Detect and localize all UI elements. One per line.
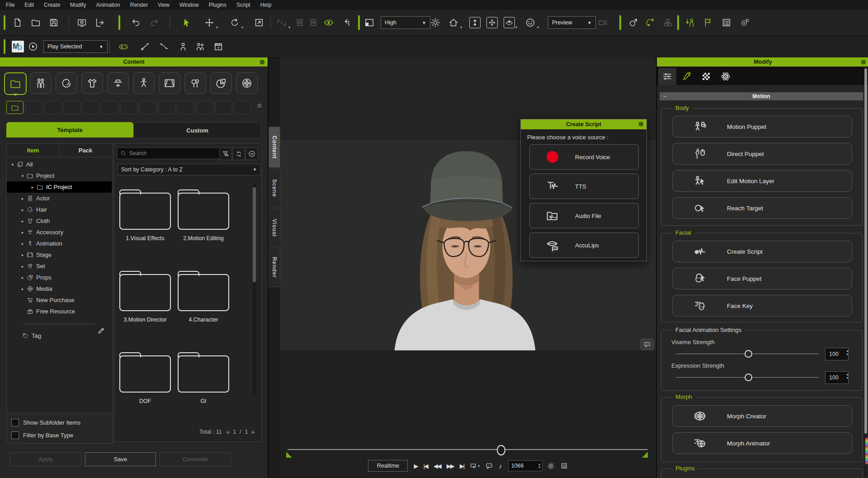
category-props[interactable] — [210, 72, 232, 94]
category-media[interactable] — [236, 72, 258, 94]
gamepad-control-icon[interactable] — [118, 42, 128, 52]
go-to-end-button[interactable]: ▶| — [460, 463, 464, 469]
expression-strength-slider[interactable] — [676, 377, 819, 378]
go-to-start-button[interactable]: |◀ — [423, 463, 427, 469]
search-input[interactable]: Search — [117, 147, 223, 159]
visibility-icon[interactable] — [324, 18, 334, 28]
menu-item-edit[interactable]: Edit — [19, 0, 39, 10]
camera-pan-icon[interactable] — [486, 17, 498, 28]
expander-closed-icon[interactable]: ▸ — [30, 185, 35, 189]
paste-motion-icon[interactable] — [308, 18, 318, 28]
menu-item-render[interactable]: Render — [125, 0, 153, 10]
tree-item-free-resource[interactable]: Free Resource — [7, 306, 112, 317]
expander-closed-icon[interactable]: ▸ — [20, 287, 25, 291]
folder-item[interactable]: 2.Motion Editing — [174, 193, 233, 241]
empty-slot[interactable] — [215, 101, 232, 114]
timeline-panel-icon[interactable] — [561, 462, 568, 469]
motion-section-header[interactable]: − Motion — [660, 92, 863, 100]
send-to-viewer-icon[interactable] — [77, 18, 87, 28]
open-project-icon[interactable] — [31, 18, 41, 28]
viseme-strength-value[interactable]: 100 — [825, 348, 849, 360]
tag-row[interactable]: Tag — [7, 330, 112, 341]
menu-item-modify[interactable]: Modify — [65, 0, 91, 10]
expand-button[interactable] — [245, 147, 258, 160]
tree-item-stage[interactable]: ▸Stage — [7, 249, 112, 260]
tree-item-hair[interactable]: ▸Hair — [7, 204, 112, 215]
folder-item[interactable]: 1.Visual Effects — [116, 193, 175, 241]
expander-closed-icon[interactable]: ▸ — [20, 241, 25, 246]
reach-target-button[interactable]: Reach Target — [672, 197, 852, 219]
next-key-button[interactable]: ▶▶ — [447, 463, 454, 469]
tab-material[interactable] — [697, 68, 715, 85]
home-camera-icon[interactable] — [448, 18, 458, 28]
avatar-preview-icon[interactable] — [525, 18, 535, 28]
modify-panel-header[interactable]: Modify ⊗ — [657, 57, 868, 66]
character-icon[interactable] — [628, 18, 638, 28]
empty-slot[interactable] — [196, 101, 213, 114]
comment-bubble-button[interactable] — [641, 339, 654, 350]
camera-icon[interactable] — [598, 18, 608, 28]
value-spinner[interactable]: ▲▼ — [846, 350, 849, 356]
music-note-icon[interactable]: ♪ — [499, 462, 502, 470]
refresh-button[interactable] — [232, 147, 245, 160]
side-tab-content[interactable]: Content — [269, 127, 280, 168]
actor-position-icon[interactable] — [178, 42, 188, 52]
dialog-header[interactable]: Create Script ⊗ — [521, 119, 646, 129]
face-puppet-button[interactable]: Face Puppet — [672, 268, 852, 289]
folder-item[interactable]: GI — [174, 355, 233, 404]
save-project-icon[interactable] — [49, 18, 59, 28]
checkbox-show-subfolder[interactable] — [11, 419, 19, 426]
camera-orbit-icon[interactable] — [504, 17, 515, 28]
subtab-item[interactable]: Item — [7, 144, 60, 157]
render-settings-icon[interactable] — [547, 462, 555, 470]
edit-tag-pencil-icon[interactable] — [97, 327, 105, 335]
category-animation[interactable] — [133, 72, 155, 94]
motion-curve-icon[interactable] — [159, 42, 169, 52]
empty-slot[interactable] — [139, 101, 156, 114]
expander-closed-icon[interactable]: ▸ — [20, 253, 25, 257]
crowd-icon[interactable] — [195, 42, 205, 52]
tab-animation[interactable] — [678, 68, 696, 85]
empty-slot[interactable] — [44, 101, 61, 114]
preview-select[interactable]: Preview▼ — [548, 16, 596, 29]
category-actor[interactable] — [30, 72, 52, 94]
timeline-playhead[interactable] — [497, 445, 505, 455]
timeline-track[interactable] — [288, 449, 648, 450]
tab-template[interactable]: Template — [6, 122, 133, 137]
empty-slot[interactable] — [158, 101, 175, 114]
menu-item-file[interactable]: File — [1, 0, 19, 10]
modify-scrollbar[interactable] — [864, 67, 867, 478]
expander-open-icon[interactable]: ▾ — [20, 174, 25, 178]
expander-closed-icon[interactable]: ▸ — [20, 208, 25, 212]
category-hair[interactable] — [56, 72, 77, 94]
redo-icon[interactable] — [149, 18, 159, 28]
tree-item-cloth[interactable]: ▸Cloth — [7, 215, 112, 227]
select-tool-icon[interactable] — [182, 18, 192, 28]
side-tab-render[interactable]: Render — [269, 248, 280, 287]
motion-puppet-button[interactable]: Motion Puppet — [672, 116, 852, 137]
save-button[interactable]: Save — [85, 452, 156, 466]
expression-strength-value[interactable]: 100 — [825, 371, 849, 384]
tree-item-all[interactable]: ▾All — [7, 159, 112, 170]
export-icon[interactable] — [95, 18, 105, 28]
frame-number-input[interactable]: 1066 — [508, 460, 542, 471]
scene-manager-icon[interactable] — [722, 18, 731, 28]
paste-pose-icon[interactable] — [295, 18, 305, 28]
tree-item-accessory[interactable]: ▸Accessory — [7, 227, 112, 238]
close-icon[interactable]: ⊗ — [259, 58, 265, 66]
side-tab-scene[interactable]: Scene — [269, 168, 280, 208]
modify-close-icon[interactable]: ⊗ — [860, 58, 866, 66]
next-page-icon[interactable]: ▶ — [252, 429, 255, 435]
viseme-strength-slider[interactable] — [676, 354, 819, 354]
dialog-close-icon[interactable]: ⊗ — [638, 120, 644, 128]
tree-item-set[interactable]: ▸Set — [7, 260, 112, 272]
empty-slot[interactable] — [101, 101, 118, 114]
category-accessory[interactable] — [107, 72, 129, 94]
voice-option-audio-file[interactable]: Audio File — [529, 203, 639, 228]
frame-spinner[interactable]: ▲▼ — [538, 463, 541, 469]
category-stage[interactable] — [159, 72, 180, 94]
folder-item[interactable]: 4.Character — [174, 274, 233, 323]
caption-icon[interactable] — [486, 462, 493, 469]
expander-open-icon[interactable]: ▾ — [10, 162, 15, 167]
empty-slot[interactable] — [120, 101, 137, 114]
